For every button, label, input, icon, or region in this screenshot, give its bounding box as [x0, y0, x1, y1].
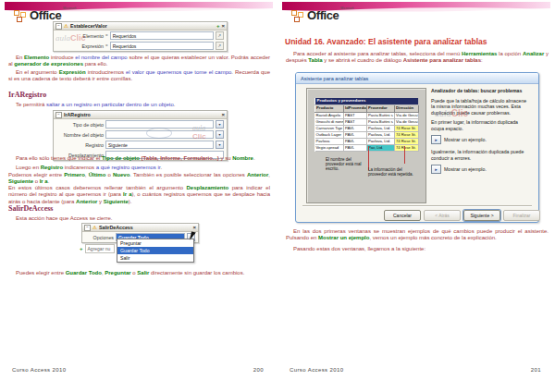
section-heading-salir-de-access: SalirDeAccess [8, 204, 53, 213]
cell-highlight-yellow: 74 Rose St. [395, 139, 419, 145]
table-row: Carnarvon Tige PAVL Pavlova, Ltd. 74 Ros… [315, 126, 419, 132]
field-label: Opciones [84, 235, 114, 240]
field-row-nombre-objeto: Nombre del objeto ▼ [54, 129, 227, 140]
cell-highlight-yellow: 74 Rose St. [395, 126, 419, 132]
elemento-input[interactable]: Requeridos [110, 31, 214, 40]
microsoft-label: Microsoft [63, 6, 76, 10]
table-caption: Productos y proveedores [315, 98, 419, 105]
cancel-button[interactable]: Cancelar [384, 210, 421, 221]
cell: Pasta Buttini s [367, 113, 395, 119]
paragraph: Luego en Registro indicaremos a qué regi… [8, 165, 270, 171]
column-header: Dirección [395, 105, 419, 113]
wizard-titlebar[interactable]: Asistente para analizar tablas [296, 73, 538, 84]
table-row: Outback Lager PAVL Pavlova, Ltd. 74 Rose… [315, 132, 419, 139]
next-button[interactable]: Siguiente > [463, 210, 500, 221]
cell: Carnarvon Tige [315, 126, 344, 132]
field-row-expresion: Expresión = Requeridos ↗ [54, 41, 227, 51]
dialog-establecer-title: EstablecerValor [70, 23, 107, 29]
example-panel: Productos y proveedores Producto IdProve… [306, 88, 426, 203]
table-row: Gnocchi di nonn PAST Pasta Buttini s Via… [315, 119, 419, 126]
close-icon[interactable]: × [192, 226, 196, 230]
cell-highlight-cyan: Pav, Ltd. [367, 145, 395, 152]
table-row: Ravioli Angelo PAST Pasta Buttini s Via … [315, 113, 419, 119]
document-spread: Microsoft Office − ⚠ EstablecerValor + ×… [0, 0, 555, 392]
panel-paragraph: En primer lugar, la información duplicad… [431, 119, 531, 131]
office-brand-label: Office [30, 8, 61, 22]
paragraph: Para acceder al asistente para analizar … [286, 51, 549, 65]
cell: Vegie-spread [315, 145, 344, 152]
show-example-label: Mostrar un ejemplo. [444, 166, 487, 173]
microsoft-label: Microsoft [340, 6, 353, 10]
panel-heading: Analizador de tablas: buscar problemas [431, 88, 531, 94]
cell: Outback Lager [315, 132, 344, 139]
dialog-ir-a-registro: − IrARegistro × Tipo de objeto ▼ Nombre … [53, 110, 228, 161]
cell: PAST [344, 113, 367, 119]
dropdown-item-guardar-todo[interactable]: Guardar Todo [117, 247, 193, 254]
field-label: Elemento [56, 33, 104, 39]
office-logo-icon [291, 10, 305, 24]
annotation-misspelled: El nombre del proveedor está mal escrito… [326, 157, 364, 172]
registro-select[interactable]: Siguiente [105, 141, 214, 149]
expression-builder-icon[interactable]: ↗ [216, 42, 224, 50]
page-right: Microsoft Office Unidad 16. Avanzado: El… [278, 0, 555, 392]
paragraph: En estos últimos casos deberemos rellena… [8, 185, 270, 205]
add-new-action-row[interactable]: + Agregar nu [80, 244, 115, 253]
cell: Pavlova, Ltd. [367, 132, 395, 139]
callout-line [404, 146, 405, 164]
cell: Via de Gessi [395, 119, 419, 126]
dropdown-icon[interactable]: ▼ [216, 120, 224, 129]
collapse-icon[interactable]: − [84, 225, 91, 231]
dialog-salir-title: SalirDeAccess [99, 225, 133, 230]
add-icon: + [80, 247, 83, 251]
cell: PAVL [344, 145, 367, 152]
cell-highlight-yellow: 74 Rose St. [395, 145, 419, 152]
table-row: Vegie-spread PAVL Pav, Ltd. 74 Rose St. [315, 145, 419, 152]
dropdown-icon[interactable]: ▼ [216, 141, 224, 149]
field-label: Registro [56, 142, 104, 148]
table-row: Pavlova PAVL Pavlova, Ltd. 74 Rose St. [315, 139, 419, 145]
divider [302, 205, 532, 206]
field-label: Nombre del objeto [56, 132, 104, 138]
cell: Via de Gessi [395, 113, 419, 119]
dropdown-icon[interactable]: ▼ [216, 130, 224, 139]
watermark-oval [146, 128, 172, 139]
dialog-ir-title: IrARegistro [64, 112, 91, 117]
dropdown-item-salir[interactable]: Salir [117, 254, 193, 262]
column-header: Proveedor [367, 105, 395, 113]
collapse-icon[interactable]: − [56, 112, 62, 118]
section-heading-ir-a-registro: IrARegistro [8, 91, 46, 99]
expression-builder-icon[interactable]: ↗ [216, 31, 224, 40]
footer-page-number: 201 [531, 367, 541, 373]
collapse-icon[interactable]: − [56, 23, 62, 30]
products-suppliers-table: Productos y proveedores Producto IdProve… [314, 98, 419, 152]
cell: PAST [344, 119, 367, 126]
office-logo: Microsoft Office [291, 6, 375, 29]
cell: Pavlova, Ltd. [367, 139, 395, 145]
cell: PAVL [344, 132, 367, 139]
field-label: Tipo de objeto [56, 122, 104, 128]
show-example-label: Mostrar un ejemplo. [444, 137, 487, 143]
close-icon[interactable]: × [221, 24, 225, 29]
paragraph: Esta acción hace que Access se cierre. [16, 215, 270, 222]
back-button: < Atrás [424, 210, 461, 221]
paragraph: Pasando estas dos ventanas, llegamos a l… [286, 246, 549, 252]
field-row-registro: Registro Siguiente ▼ [54, 140, 227, 150]
footer-course-label: Curso Access 2010 [12, 367, 67, 373]
cell: Pasta Buttini s [367, 119, 395, 126]
field-label: Expresión [56, 43, 104, 49]
panel-paragraph: Igualmente, la información duplicada pue… [431, 149, 531, 161]
close-icon[interactable]: × [221, 113, 225, 117]
equals-sign: = [105, 43, 108, 48]
unit-title: Unidad 16. Avanzado: El asistente para a… [285, 37, 549, 46]
show-example-button[interactable]: ▸ [431, 165, 441, 174]
paragraph: En Elemento introduce el nombre del camp… [8, 55, 270, 68]
show-example-button[interactable]: ▸ [431, 135, 441, 144]
add-icon[interactable]: + [216, 24, 220, 29]
paragraph: Te permitirá saltar a un registro en par… [16, 102, 270, 108]
annotation-repeated: La información del proveedor está repeti… [368, 167, 414, 177]
dropdown-item-preguntar[interactable]: Preguntar [117, 239, 193, 247]
warning-icon: ⚠ [92, 226, 97, 230]
wizard-buttons: Cancelar < Atrás Siguiente > Finalizar [384, 210, 540, 221]
expresion-input[interactable]: Requeridos [110, 42, 214, 50]
paragraph: Podemos elegir entre Primero, Último o N… [8, 172, 270, 186]
